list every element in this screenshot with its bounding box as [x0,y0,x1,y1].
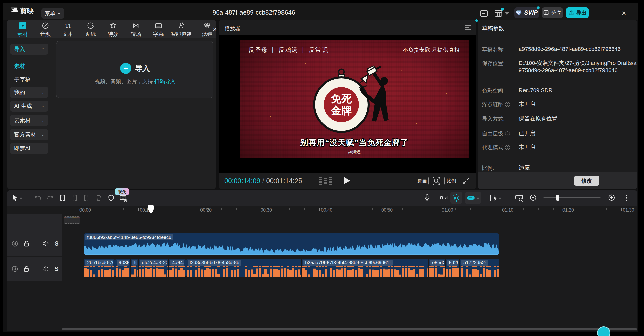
tab-文本[interactable]: TI文本 [57,22,79,38]
import-dropzone[interactable]: + 导入 视频、音频、图片，支持 扫码导入 [56,41,213,98]
svip-button[interactable]: SVIP [514,7,539,18]
draft-bottom-bar: 修改 [478,172,637,189]
ruler-tick [523,208,524,210]
preview-zoom-icon[interactable] [432,176,441,187]
help-icon[interactable]: ? [505,131,510,136]
ruler-tick [584,208,584,210]
select-cursor-tool[interactable] [12,193,23,202]
record-mic-icon[interactable] [423,193,432,202]
sidebar-item-官方素材[interactable]: 官方素材⌄ [10,129,48,140]
sidebar-item-我的[interactable]: 我的⌄ [10,87,48,98]
close-button[interactable]: × [619,9,628,18]
ruler-major-tick [259,208,259,211]
original-quality-button[interactable]: 原画 [416,177,429,185]
tab-素材[interactable]: 素材 [12,22,33,38]
ruler-tick [101,208,101,210]
timeline-zoom-slider[interactable] [543,197,601,198]
tab-音频[interactable]: 音频 [34,22,56,38]
clip-name: 2be1bcd0-7049-4a73- [85,260,113,266]
audio-clip-track2[interactable]: dfc2c4a3-2240-450a-a [139,259,168,277]
sidebar-item-云素材[interactable]: 云素材⌄ [10,115,48,126]
zoom-in-icon[interactable] [607,193,616,202]
delete-clip-icon[interactable] [94,193,103,202]
undo-icon[interactable] [33,193,42,202]
playhead-handle[interactable] [148,205,154,213]
sticker-icon [87,22,95,30]
ruler-tick [108,208,108,210]
sidebar-item-即梦AI[interactable]: 即梦AI [10,143,48,154]
ruler-label: 00:50 [381,207,393,213]
project-duration-bar [84,206,501,206]
preview-axis-tool[interactable] [488,193,503,202]
modify-button[interactable]: 修改 [574,176,599,186]
audio-clip-track2[interactable]: 4a647cfc-63 [169,259,186,277]
import-hint: 视频、音频、图片，支持 扫码导入 [56,78,214,85]
subtitle-list-icon[interactable] [479,9,489,18]
play-button[interactable] [342,176,352,186]
redo-icon[interactable] [46,193,55,202]
player-menu-icon[interactable] [465,25,472,30]
mark-flag-icon[interactable] [107,193,116,202]
audio-clip-track2[interactable]: 90368efb-8 [115,259,130,277]
draft-row-value: 未开启 [519,100,638,108]
share-button[interactable]: 分享 [542,7,563,18]
slider-thumb[interactable] [556,195,559,201]
audio-clip-track2[interactable]: e8ed3235- [429,259,445,277]
snap-magnet-icon[interactable] [439,193,448,202]
tab-智能包装[interactable]: 智能包装 [170,22,192,38]
export-button[interactable]: 导出 [566,7,589,18]
delete-left-icon[interactable] [70,193,79,202]
audio-clip-track2[interactable]: 6d28812 [446,259,459,277]
ruler-tick [538,208,539,210]
horizontal-scrollbar[interactable] [62,328,637,330]
ruler-tick [372,208,373,210]
ruler-tick [591,208,591,210]
timeline-ruler[interactable]: 00:0000:1000:2000:3000:4000:5001:0001:10… [7,206,637,214]
split-clip-icon[interactable] [58,193,67,202]
auto-ripple-toggle[interactable] [450,192,462,204]
layout-caret-icon[interactable] [505,12,509,15]
tab-转场[interactable]: 转场 [125,22,147,38]
scan-import-link[interactable]: 扫码导入 [154,78,175,84]
restore-button[interactable] [605,9,614,18]
ruler-tick [86,208,86,210]
ruler-tick [146,208,146,210]
audio-clip-track2[interactable]: f2d8c3bf-bd76-4a8d-8b [186,259,301,277]
ratio-button[interactable]: 比例 [444,177,458,185]
tab-特效[interactable]: 特效 [102,22,124,38]
ruler-tick [455,208,456,210]
audio-clip-track2[interactable]: fd06 [131,259,138,277]
help-icon[interactable]: ? [505,145,510,150]
minimize-button[interactable] [591,9,600,18]
layout-columns-icon[interactable] [494,9,503,18]
zoom-out-icon[interactable] [529,193,538,202]
fullscreen-icon[interactable] [461,176,471,187]
sidebar-item-导入[interactable]: 导入⌃ [10,44,48,55]
audio-clip-track2[interactable]: b25aa79f-67f3-4bf4-88b9-8cb69c69d61f [302,259,428,277]
sidebar-item-AI生成[interactable]: AI 生成⌄ [10,101,48,112]
medal-text-top: 免死 [331,93,352,104]
ruler-tick [493,208,493,210]
sidebar-item-子草稿[interactable]: 子草稿 [10,75,48,84]
help-icon[interactable]: ? [505,102,510,107]
audio-clip-track2[interactable]: 2be1bcd0-7049-4a73- [84,259,115,277]
link-preview-toggle[interactable] [465,192,481,204]
ruler-tick [546,208,546,210]
ruler-tick [176,208,176,210]
more-tabs-chevron-icon[interactable]: » [213,25,217,33]
svip-gem-icon [515,10,522,16]
delete-right-icon[interactable] [82,193,91,202]
menu-button[interactable]: 菜单 [41,8,64,19]
window-title: 96a-487f-ae89-ccb82f798646 [213,9,308,16]
audio-clip-track1[interactable]: f8866f92-ab5f-414b-8e65-fc9934fdeec8 [84,233,499,255]
import-plus-icon[interactable]: + [120,63,131,74]
timeline-scale-icon[interactable] [515,193,524,202]
tab-贴纸[interactable]: 贴纸 [80,22,101,38]
more-options-kebab-icon[interactable] [622,193,631,202]
import-button-label[interactable]: 导入 [135,63,150,74]
sidebar-item-素材[interactable]: 素材 [10,62,48,70]
ruler-tick [274,208,274,210]
ruler-tick [350,208,350,210]
tab-字幕[interactable]: 字幕 [148,22,169,38]
audio-clip-track2[interactable]: a1722d52- [460,259,499,277]
